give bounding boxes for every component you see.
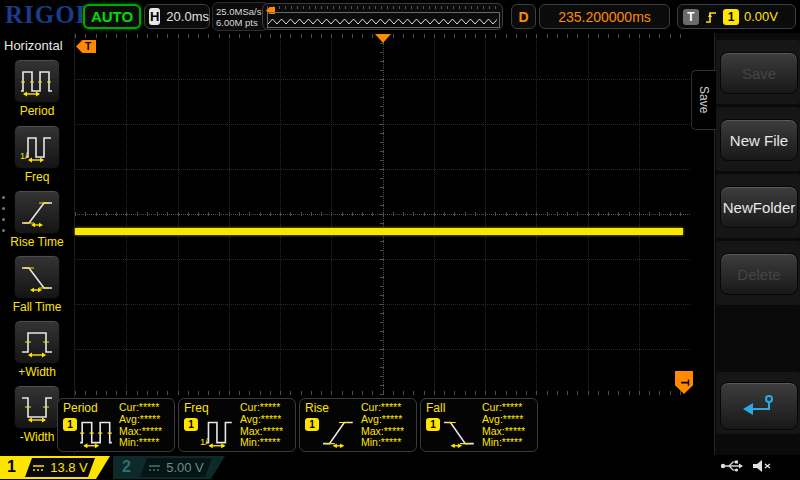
scroll-indicator-dot [2,218,5,221]
channel-number: 1 [7,458,16,476]
status-icons [720,458,772,474]
preview-waveform-icon [268,15,497,27]
sidebar-item-label: Freq [0,170,74,184]
horizontal-offset-value: 235.200000ms [558,9,651,25]
trigger-status-box[interactable]: T 1 0.00V [677,4,796,29]
channel-2-status[interactable]: 2 5.00 V [113,456,225,479]
measure-name: Fall [426,401,445,415]
sidebar-item-freq[interactable]: 1/ Freq [0,125,74,184]
delay-d-label: D [518,9,528,25]
sample-rate: 25.0MSa/s [216,6,261,17]
channel-number: 2 [122,458,131,476]
fall-time-icon [14,255,60,299]
sidebar-item-label: Fall Time [0,300,74,314]
stat-min: Min:***** [119,437,162,449]
trigger-source-badge: 1 [723,9,739,25]
measure-name: Freq [184,401,209,415]
measure-name: Rise [305,401,329,415]
plus-width-icon [14,320,60,364]
delete-button[interactable]: Delete [720,253,798,295]
menu-tab-save[interactable]: Save [691,70,716,130]
measure-panel-fall[interactable]: Fall 1 Cur:***** Avg:***** Max:***** Min… [420,398,538,452]
horizontal-h-badge: H [149,8,160,25]
measure-stats: Cur:***** Avg:***** Max:***** Min:***** [361,402,404,449]
channel-scale: 13.8 V [50,460,88,475]
dc-coupling-icon [32,464,45,472]
dc-coupling-icon [148,464,161,472]
sidebar-title: Horizontal [4,38,63,53]
trigger-t-badge: T [683,9,699,25]
usb-icon [720,459,744,473]
speaker-muted-icon [752,458,772,474]
measure-source-badge: 1 [305,418,319,431]
stat-min: Min:***** [361,437,404,449]
period-icon [14,59,60,103]
grid-ticks-center-vertical [380,34,384,395]
measure-panel-period[interactable]: Period 1 Cur:***** Avg:***** Max:***** M… [57,398,175,452]
save-button[interactable]: Save [720,52,798,94]
sidebar-item-period[interactable]: Period [0,59,74,118]
trigger-level-value: 0.00V [744,9,778,24]
stat-avg: Avg:***** [482,414,525,426]
new-folder-button[interactable]: NewFolder [720,186,798,228]
stat-avg: Avg:***** [240,414,283,426]
measure-source-badge: 1 [426,418,440,431]
freq-icon: 1/ [14,125,60,169]
rigol-logo: RIGOL [5,1,93,29]
channel-1-status[interactable]: 1 13.8 V [0,456,110,479]
scroll-indicator-dot [2,229,5,232]
sidebar-item-label: +Width [0,365,74,379]
acquisition-info-box: 25.0MSa/s 6.00M pts [212,2,269,31]
preview-window [267,12,500,28]
measure-name: Period [63,401,98,415]
measure-source-badge: 1 [63,418,77,431]
rise-icon [321,416,357,448]
rise-time-icon [14,190,60,234]
channel-scale-box: 13.8 V [25,458,95,477]
rising-slope-icon [704,10,718,24]
period-icon [79,416,115,448]
channel-scale: 5.00 V [166,460,204,475]
freq-icon: 1/ [200,416,236,448]
stat-min: Min:***** [482,437,525,449]
measure-panel-freq[interactable]: Freq 1 1/ Cur:***** Avg:***** Max:***** … [178,398,296,452]
stat-avg: Avg:***** [119,414,162,426]
horizontal-timebase-box[interactable]: H 20.0ms [144,4,210,29]
channel-status-bar: 1 13.8 V 2 5.00 V [0,455,800,480]
stat-avg: Avg:***** [361,414,404,426]
sidebar-item-fall-time[interactable]: Fall Time [0,255,74,314]
measure-stats: Cur:***** Avg:***** Max:***** Min:***** [119,402,162,449]
horizontal-measure-sidebar: Horizontal Period 1/ [0,33,75,455]
svg-text:1/: 1/ [20,151,28,161]
scroll-indicator-dot [2,196,5,199]
memory-depth: 6.00M pts [216,17,258,28]
return-arrow-icon [741,394,777,418]
scroll-indicator-dot [2,207,5,210]
menu-tab-label: Save [697,86,711,113]
horizontal-offset-box[interactable]: 235.200000ms [539,4,670,29]
delay-d-badge: D [511,4,536,29]
run-status-label: AUTO [91,8,133,25]
ch1-trace [75,228,683,235]
measure-source-badge: 1 [184,418,198,431]
minus-width-icon [14,385,60,429]
sidebar-item-plus-width[interactable]: +Width [0,320,74,379]
sidebar-item-label: Rise Time [0,235,74,249]
preview-tick-ruler [267,6,498,9]
back-button[interactable] [720,382,798,430]
measure-stats: Cur:***** Avg:***** Max:***** Min:***** [240,402,283,449]
sidebar-item-label: Period [0,104,74,118]
sidebar-item-rise-time[interactable]: Rise Time [0,190,74,249]
trigger-time-marker-icon: T [76,40,96,53]
run-status-badge[interactable]: AUTO [83,4,141,29]
new-file-button[interactable]: New File [720,119,798,161]
measure-stats: Cur:***** Avg:***** Max:***** Min:***** [482,402,525,449]
measure-panel-rise[interactable]: Rise 1 Cur:***** Avg:***** Max:***** Min… [299,398,417,452]
channel-scale-box: 5.00 V [140,458,212,477]
oscilloscope-screen: RIGOL AUTO H 20.0ms 25.0MSa/s 6.00M pts … [0,0,800,480]
timebase-value: 20.0ms [166,9,209,24]
waveform-preview-bar[interactable] [262,3,503,30]
stat-min: Min:***** [240,437,283,449]
graticule: T T [75,34,690,395]
svg-text:1/: 1/ [200,436,208,447]
